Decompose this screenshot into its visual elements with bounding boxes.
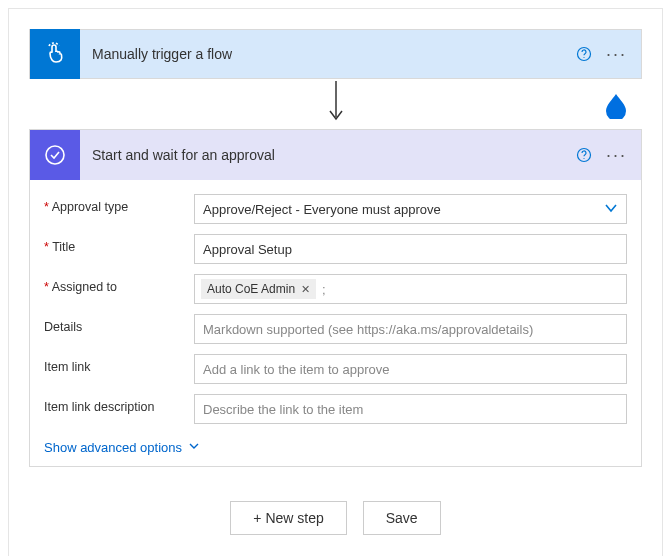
trigger-title: Manually trigger a flow <box>80 46 232 62</box>
label-title: Title <box>44 234 194 254</box>
action-title: Start and wait for an approval <box>80 147 275 163</box>
svg-point-1 <box>583 57 584 58</box>
chevron-down-icon <box>188 440 200 455</box>
label-details: Details <box>44 314 194 334</box>
more-icon[interactable]: ··· <box>606 45 627 63</box>
label-approval-type: Approval type <box>44 194 194 214</box>
trigger-card[interactable]: Manually trigger a flow ··· <box>29 29 642 79</box>
footer-actions: + New step Save <box>29 501 642 535</box>
label-item-link: Item link <box>44 354 194 374</box>
details-input[interactable] <box>194 314 627 344</box>
approval-icon <box>30 130 80 180</box>
label-assigned-to: Assigned to <box>44 274 194 294</box>
connector-arrow <box>29 79 642 129</box>
waterdrop-icon <box>602 91 630 119</box>
more-icon[interactable]: ··· <box>606 146 627 164</box>
chevron-down-icon <box>604 201 618 218</box>
approval-type-value: Approve/Reject - Everyone must approve <box>203 202 441 217</box>
label-item-link-desc: Item link description <box>44 394 194 414</box>
help-icon[interactable] <box>576 46 592 62</box>
assigned-to-input[interactable]: Auto CoE Admin ✕ ; <box>194 274 627 304</box>
action-card: Start and wait for an approval ··· Appro… <box>29 129 642 467</box>
assignee-chip-label: Auto CoE Admin <box>207 282 295 296</box>
close-icon[interactable]: ✕ <box>301 283 310 296</box>
new-step-button[interactable]: + New step <box>230 501 346 535</box>
save-button[interactable]: Save <box>363 501 441 535</box>
svg-point-3 <box>46 146 64 164</box>
action-body: Approval type Approve/Reject - Everyone … <box>30 180 641 466</box>
help-icon[interactable] <box>576 147 592 163</box>
flow-canvas: Manually trigger a flow ··· <box>8 8 663 556</box>
advanced-label: Show advanced options <box>44 440 182 455</box>
title-input[interactable] <box>194 234 627 264</box>
svg-point-5 <box>583 158 584 159</box>
item-link-input[interactable] <box>194 354 627 384</box>
assignee-chip: Auto CoE Admin ✕ <box>201 279 316 299</box>
action-header[interactable]: Start and wait for an approval ··· <box>30 130 641 180</box>
approval-type-select[interactable]: Approve/Reject - Everyone must approve <box>194 194 627 224</box>
touch-icon <box>30 29 80 79</box>
show-advanced-options[interactable]: Show advanced options <box>44 440 200 455</box>
assignee-suffix: ; <box>322 282 326 297</box>
item-link-desc-input[interactable] <box>194 394 627 424</box>
